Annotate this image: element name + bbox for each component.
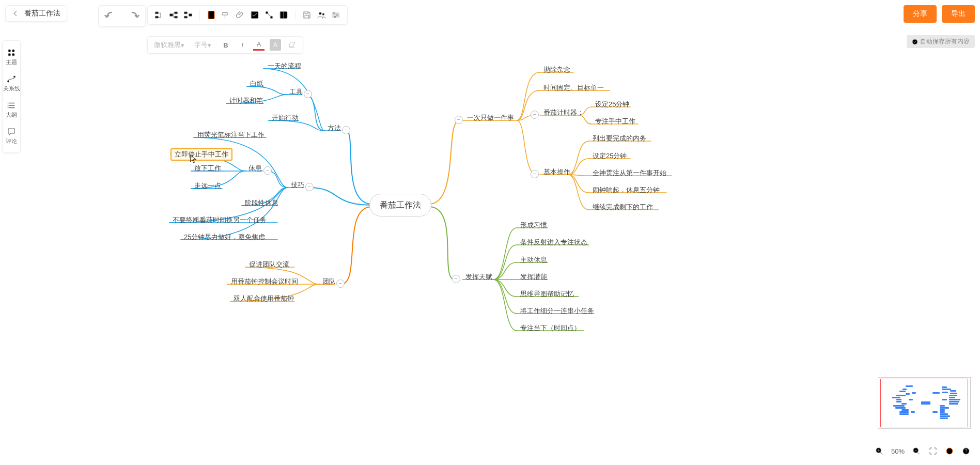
minimap-viewport[interactable] [880, 379, 968, 427]
zoom-bar: 50% [875, 446, 971, 456]
zoom-in-button[interactable] [875, 446, 884, 456]
node[interactable]: 思维导图帮助记忆 [518, 288, 576, 300]
collapse-icon[interactable]: − [305, 183, 314, 191]
node[interactable]: 设定25分钟 [593, 99, 631, 110]
node[interactable]: 开始行动 [270, 112, 301, 123]
center-node[interactable]: 番茄工作法 [369, 194, 431, 216]
focus-mode-button[interactable] [945, 446, 954, 456]
node-技巧[interactable]: 技巧 [289, 179, 306, 191]
node[interactable]: 将工作细分一连串小任务 [518, 305, 596, 317]
zoom-out-button[interactable] [912, 446, 921, 456]
node[interactable]: 用番茄钟控制会议时间 [229, 276, 300, 287]
fit-screen-button[interactable] [928, 446, 938, 456]
node[interactable]: 白纸 [248, 78, 266, 89]
collapse-icon[interactable]: − [263, 166, 272, 175]
node[interactable]: 专注当下（时间点） [518, 322, 583, 334]
collapse-icon[interactable]: − [452, 275, 460, 283]
node[interactable]: 不要终断番茄时间换另一个任务 [170, 214, 269, 226]
help-button[interactable] [961, 446, 971, 456]
node[interactable]: 列出要完成的内务 [590, 133, 648, 144]
node-发挥天赋[interactable]: 发挥天赋 [463, 271, 494, 283]
node[interactable]: 休息 [246, 163, 264, 174]
node[interactable]: 促进团队交流 [247, 259, 291, 270]
node[interactable]: 计时器和笔 [227, 95, 265, 106]
node[interactable]: 25分钟尽力做好，避免焦虑 [182, 231, 267, 243]
node[interactable]: 番茄计时器： [541, 107, 586, 118]
node[interactable]: 专注手中工作 [593, 116, 637, 127]
node[interactable]: 全神贯注从第一件事开始 [590, 167, 668, 179]
node[interactable]: 时间固定、目标单一 [541, 82, 606, 94]
node[interactable]: 基本操作 [541, 166, 572, 178]
selected-node[interactable]: 立即停止手中工作 [170, 148, 232, 161]
collapse-icon[interactable]: − [531, 111, 539, 119]
node[interactable]: 主动休息 [518, 254, 549, 266]
node[interactable]: 工具 [287, 86, 305, 98]
collapse-icon[interactable]: − [304, 90, 312, 98]
node[interactable]: 闹钟响起，休息五分钟 [590, 184, 662, 196]
node-方法[interactable]: 方法 [325, 122, 343, 134]
node[interactable]: 一天的流程 [266, 60, 303, 72]
node[interactable]: 走远一点 [192, 180, 223, 192]
svg-point-66 [946, 448, 953, 454]
connections-layer [0, 0, 980, 465]
collapse-icon[interactable]: − [455, 116, 463, 124]
node[interactable]: 形成习惯 [518, 220, 549, 231]
node[interactable]: 双人配合使用番茄钟 [231, 293, 296, 304]
collapse-icon[interactable]: − [336, 280, 345, 288]
zoom-level: 50% [891, 447, 905, 455]
node[interactable]: 用荧光笔标注当下工作 [195, 129, 267, 141]
node[interactable]: 放下工作 [192, 163, 223, 174]
node[interactable]: 设定25分钟 [590, 150, 629, 162]
collapse-icon[interactable]: − [342, 126, 350, 134]
node[interactable]: 抛除杂念 [541, 64, 572, 75]
node[interactable]: 阶段性休息 [243, 197, 281, 209]
minimap[interactable] [878, 377, 971, 429]
collapse-icon[interactable]: − [531, 170, 539, 178]
node[interactable]: 继续完成剩下的工作 [590, 202, 655, 213]
node-一次只做一件事[interactable]: 一次只做一件事 [465, 112, 516, 123]
node[interactable]: 条件反射进入专注状态 [518, 237, 589, 248]
cursor-icon [190, 154, 197, 164]
node-团队[interactable]: 团队 [320, 276, 338, 287]
mindmap-canvas[interactable]: 番茄工作法 方法 − 一天的流程 工具 − 白纸 计时器和笔 开始行动 技巧 −… [0, 0, 980, 465]
node[interactable]: 发挥潜能 [518, 271, 549, 283]
